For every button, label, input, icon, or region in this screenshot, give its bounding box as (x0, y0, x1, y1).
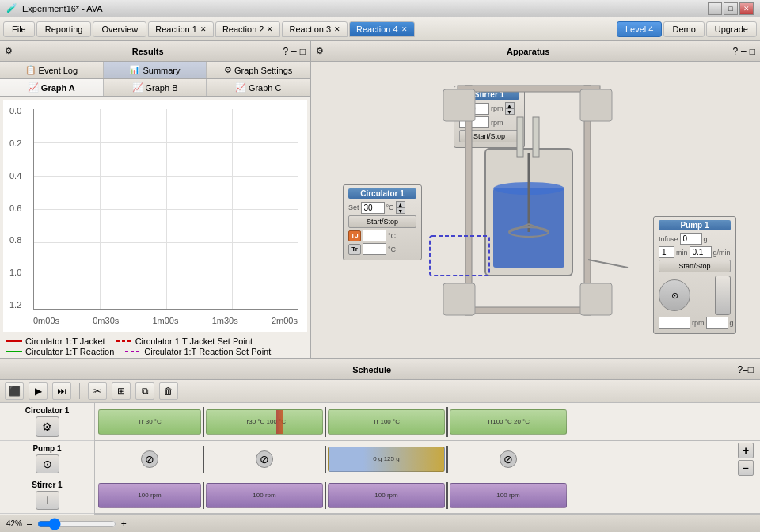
graph-canvas: 1.2 1.0 0.8 0.6 0.4 0.2 0.0 (10, 106, 301, 325)
apparatus-gear-icon: ⚙ (316, 46, 324, 56)
results-sub-toolbar: 📋 Event Log 📊 Summary ⚙ Graph Settings (0, 62, 310, 79)
circulator1-tr-input[interactable] (363, 243, 386, 255)
copy-tool[interactable]: ⧉ (135, 382, 154, 400)
reaction1-tab[interactable]: Reaction 1 ✕ (148, 21, 214, 37)
toolbar-divider (79, 383, 80, 399)
circulator1-set-input[interactable] (361, 202, 385, 214)
upgrade-button[interactable]: Upgrade (706, 21, 757, 37)
results-help-icon[interactable]: ? (283, 46, 288, 57)
apparatus-maximize-icon[interactable]: □ (750, 46, 755, 57)
maximize-button[interactable]: □ (724, 2, 738, 15)
pump-seg-1: ⊘ (98, 450, 201, 468)
stirrer-track: 100 rpm 100 rpm 100 rpm 100 rpm (95, 477, 760, 514)
close-button[interactable]: ✕ (739, 2, 754, 15)
pump1-infuse-input[interactable] (680, 233, 702, 245)
schedule-maximize-icon[interactable]: □ (748, 364, 754, 375)
demo-button[interactable]: Demo (663, 21, 704, 37)
apparatus-help-icon[interactable]: ? (732, 46, 738, 57)
reaction4-tab[interactable]: Reaction 4 ✕ (349, 21, 415, 37)
top-section: ⚙ Results ? – □ 📋 Event Log 📊 Summary ⚙ … (0, 41, 760, 358)
schedule-title: Schedule (6, 365, 737, 374)
tj-indicator: TJ (348, 230, 361, 241)
reaction2-tab[interactable]: Reaction 2 ✕ (215, 21, 281, 37)
stirrer-seg-1[interactable]: 100 rpm (98, 483, 201, 508)
schedule-minimize-icon[interactable]: – (743, 364, 748, 375)
reaction3-tab[interactable]: Reaction 3 ✕ (282, 21, 348, 37)
apparatus-panel: ⚙ Apparatus ? – □ Stirrer 1 rpm ▲ ▼ (311, 41, 760, 358)
circ-seg-3[interactable]: Tr 100 °C (328, 409, 445, 435)
pump1-rate-val[interactable] (690, 246, 712, 258)
schedule-timeline: 30m 1h00m 1h30m 2h00m 2h30m 3h00m (95, 514, 760, 515)
graph-settings-button[interactable]: ⚙ Graph Settings (207, 62, 310, 78)
minimize-button[interactable]: – (708, 2, 722, 15)
play-button[interactable]: ▶ (28, 382, 48, 400)
pump1-syringe (715, 276, 731, 315)
svg-rect-5 (580, 89, 612, 121)
svg-rect-2 (458, 86, 600, 92)
summary-button[interactable]: 📊 Summary (104, 62, 207, 78)
pump-disabled-2: ⊘ (256, 450, 273, 468)
reactor-svg (426, 78, 679, 347)
svg-rect-15 (517, 117, 523, 157)
graph-b-tab[interactable]: 📈 Graph B (104, 79, 207, 96)
circ-seg-4[interactable]: Tr100 °C 20 °C (450, 409, 567, 435)
stirrer-seg-3[interactable]: 100 rpm (328, 483, 445, 508)
reaction2-close-icon[interactable]: ✕ (267, 25, 273, 33)
tr-indicator: Tr (348, 244, 361, 255)
schedule-content: Circulator 1 ⚙ Pump 1 ⊙ Stirrer 1 ⊥ + – (0, 403, 760, 515)
results-gear-icon: ⚙ (5, 46, 13, 56)
graph-c-tab[interactable]: 📈 Graph C (207, 79, 310, 96)
apparatus-minimize-icon[interactable]: – (741, 46, 747, 57)
reaction3-close-icon[interactable]: ✕ (334, 25, 340, 33)
zoom-in-icon[interactable]: + (121, 519, 127, 530)
graph-legend: Circulator 1:T Jacket Circulator 1:T Jac… (0, 335, 310, 358)
pump1-g-display[interactable] (706, 317, 728, 329)
circulator1-tj-input[interactable] (363, 230, 386, 241)
schedule-panel: Schedule ? – □ ⬛ ▶ ⏭ ✂ ⊞ ⧉ 🗑 Circulator … (0, 358, 760, 532)
graph-a-icon: 📈 (28, 82, 39, 93)
graph-settings-icon: ⚙ (224, 65, 232, 75)
scissors-tool[interactable]: ✂ (88, 382, 107, 400)
schedule-toolbar: ⬛ ▶ ⏭ ✂ ⊞ ⧉ 🗑 (0, 380, 760, 403)
graph-inner (33, 109, 298, 310)
results-maximize-icon[interactable]: □ (300, 46, 306, 57)
circulator1-set-up[interactable]: ▲ (396, 201, 405, 207)
schedule-devices: Circulator 1 ⚙ Pump 1 ⊙ Stirrer 1 ⊥ (0, 403, 95, 515)
stirrer-seg-2[interactable]: 100 rpm (206, 483, 323, 508)
merge-tool[interactable]: ⊞ (112, 382, 131, 400)
pump-seg-3[interactable]: 0 g 125 g (328, 446, 445, 472)
circulator1-set-down[interactable]: ▼ (396, 207, 405, 214)
seg-divider2 (325, 407, 326, 437)
schedule-help-icon[interactable]: ? (737, 364, 743, 375)
results-minimize-icon[interactable]: – (291, 46, 297, 57)
file-menu[interactable]: File (3, 21, 35, 37)
reaction1-close-icon[interactable]: ✕ (200, 25, 207, 33)
circulator1-title: Circulator 1 (348, 188, 416, 199)
seg-divider3 (446, 407, 448, 437)
circ-seg-1[interactable]: Tr 30 °C (98, 409, 201, 435)
results-header: ⚙ Results ? – □ (0, 41, 310, 62)
reaction4-close-icon[interactable]: ✕ (401, 25, 408, 33)
y-axis-labels: 1.2 1.0 0.8 0.6 0.4 0.2 0.0 (10, 106, 32, 310)
overview-tab[interactable]: Overview (93, 21, 146, 37)
event-log-button[interactable]: 📋 Event Log (0, 62, 104, 78)
stirrer-seg-4[interactable]: 100 rpm (450, 483, 567, 508)
graph-b-icon: 📈 (132, 82, 143, 93)
svg-rect-17 (430, 236, 489, 276)
zoom-out-icon[interactable]: – (27, 519, 32, 530)
reporting-menu[interactable]: Reporting (36, 21, 92, 37)
svg-rect-7 (580, 283, 612, 315)
stop-button[interactable]: ⬛ (5, 382, 24, 400)
level-button[interactable]: Level 4 (617, 21, 662, 37)
circulator-icon: ⚙ (36, 416, 59, 437)
graph-a-tab[interactable]: 📈 Graph A (0, 79, 104, 96)
pump-disabled-1: ⊘ (141, 450, 158, 468)
pump-seg-4: ⊘ (450, 450, 567, 468)
trash-tool[interactable]: 🗑 (159, 382, 178, 400)
x-axis-labels: 0m00s 0m30s 1m00s 1m30s 2m00s (33, 316, 298, 325)
circulator1-start-stop[interactable]: Start/Stop (348, 215, 416, 228)
window-title: Experiment16* - AVA (22, 4, 103, 13)
circ-seg-2[interactable]: Tr30 °C 100 °C (206, 409, 323, 435)
zoom-slider[interactable] (37, 518, 116, 530)
skip-button[interactable]: ⏭ (52, 382, 71, 400)
